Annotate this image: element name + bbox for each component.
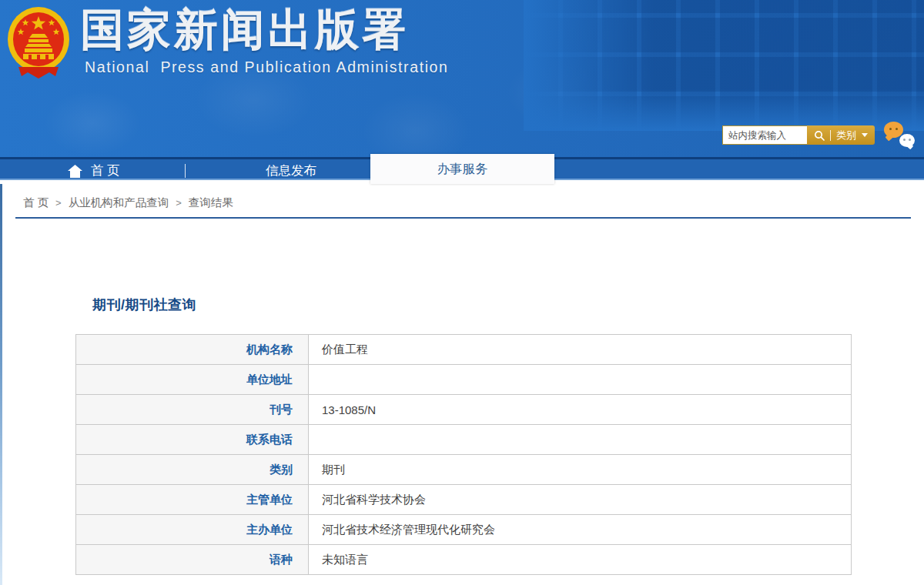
- brand-block: 国家新闻出版署 National Press and Publication A…: [80, 2, 448, 76]
- row-value: 河北省技术经济管理现代化研究会: [309, 515, 852, 545]
- breadcrumb-separator: >: [176, 197, 182, 209]
- chevron-down-icon[interactable]: [862, 133, 868, 137]
- main-nav: 首 页 信息发布 办事服务: [0, 157, 924, 180]
- national-emblem-logo[interactable]: [6, 4, 71, 81]
- table-row: 类别 期刊: [76, 455, 852, 485]
- row-value: 未知语言: [309, 545, 852, 575]
- site-header: 国家新闻出版署 National Press and Publication A…: [0, 0, 924, 157]
- row-label: 主管单位: [76, 485, 309, 515]
- nav-item-info[interactable]: 信息发布: [214, 159, 368, 182]
- row-value: 13-1085/N: [309, 395, 852, 425]
- table-row: 机构名称 价值工程: [76, 335, 852, 365]
- nav-services-label: 办事服务: [437, 161, 488, 178]
- breadcrumb: 首 页 > 从业机构和产品查询 > 查询结果: [0, 180, 924, 210]
- breadcrumb-separator: >: [55, 197, 62, 209]
- wechat-bubble-left: [884, 122, 903, 138]
- row-value: 期刊: [309, 455, 852, 485]
- breadcrumb-query[interactable]: 从业机构和产品查询: [69, 196, 169, 210]
- row-label: 语种: [76, 545, 309, 575]
- breadcrumb-rule: [15, 217, 911, 219]
- row-label: 机构名称: [76, 335, 309, 365]
- wechat-bubble-right: [899, 134, 915, 147]
- table-row: 联系电话: [76, 425, 852, 455]
- page-title: 期刊/期刊社查询: [92, 296, 924, 314]
- row-label: 主办单位: [76, 515, 309, 545]
- nav-item-home[interactable]: 首 页: [68, 159, 120, 182]
- site-subtitle: National Press and Publication Administr…: [85, 58, 448, 76]
- search-icon[interactable]: [814, 130, 825, 141]
- table-row: 刊号 13-1085/N: [76, 395, 852, 425]
- search-controls: 类别: [807, 125, 875, 145]
- page-left-edge-line: [0, 184, 2, 585]
- result-table: 机构名称 价值工程 单位地址 刊号 13-1085/N 联系电话 类别 期刊 主…: [75, 334, 852, 575]
- row-label: 类别: [76, 455, 309, 485]
- row-value: [309, 425, 852, 455]
- row-value: [309, 365, 852, 395]
- search-input[interactable]: [722, 125, 807, 145]
- nav-divider: [185, 164, 186, 178]
- nav-home-label: 首 页: [91, 162, 120, 179]
- wechat-icon[interactable]: [884, 122, 915, 147]
- breadcrumb-home[interactable]: 首 页: [23, 196, 49, 210]
- seal-tile-pattern: [524, 0, 924, 131]
- table-row: 语种 未知语言: [76, 545, 852, 575]
- site-title: 国家新闻出版署: [80, 2, 448, 57]
- breadcrumb-current: 查询结果: [189, 196, 233, 210]
- table-row: 主办单位 河北省技术经济管理现代化研究会: [76, 515, 852, 545]
- table-row: 单位地址: [76, 365, 852, 395]
- category-dropdown-label[interactable]: 类别: [836, 129, 856, 142]
- home-icon: [68, 165, 82, 178]
- national-emblem-icon: [6, 4, 71, 81]
- row-value: 河北省科学技术协会: [309, 485, 852, 515]
- search-divider: [830, 130, 831, 141]
- row-value: 价值工程: [309, 335, 852, 365]
- table-row: 主管单位 河北省科学技术协会: [76, 485, 852, 515]
- nav-info-label: 信息发布: [266, 162, 316, 179]
- row-label: 单位地址: [76, 365, 309, 395]
- site-search: 类别: [722, 125, 875, 145]
- nav-item-services-active[interactable]: 办事服务: [370, 154, 554, 184]
- row-label: 联系电话: [76, 425, 309, 455]
- row-label: 刊号: [76, 395, 309, 425]
